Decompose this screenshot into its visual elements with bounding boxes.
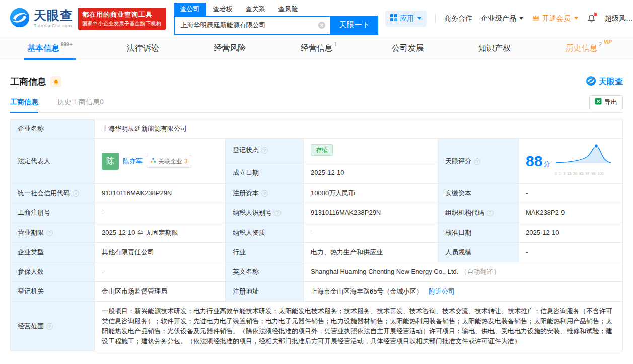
search-tab-company[interactable]: 查公司	[174, 3, 206, 16]
export-button[interactable]: 导出	[589, 95, 623, 109]
search-input[interactable]	[180, 21, 315, 29]
menu-divider	[435, 14, 436, 23]
menu-enterprise-products[interactable]: 企业级产品	[481, 14, 523, 23]
tab-label: 公司发展	[392, 43, 424, 54]
field-label-reg-status: 登记状态?	[226, 139, 304, 162]
help-icon[interactable]: ?	[474, 158, 480, 165]
tab-label: 历史信息	[565, 43, 597, 54]
legal-rep-cell: 陈 陈亦军 关联企业 3	[95, 139, 226, 184]
tab-legal-proceedings[interactable]: 法律诉讼	[124, 37, 162, 60]
score-value: 88	[526, 153, 542, 169]
tab-operating-info[interactable]: 经营信息 1	[298, 37, 340, 60]
menu-enterprise-label: 企业级产品	[481, 14, 516, 23]
notification-bell-icon[interactable]	[587, 14, 596, 23]
crown-icon	[532, 14, 540, 23]
tab-badge: 999+	[61, 42, 73, 47]
company-type-value: 其他有限责任公司	[95, 243, 226, 262]
reg-authority-value: 金山区市场监督管理局	[95, 282, 226, 302]
field-label-taxpayer-quality: 纳税人资质	[226, 223, 304, 243]
legal-rep-link[interactable]: 陈亦军	[123, 156, 143, 166]
search-tab-boss[interactable]: 查老板	[206, 3, 239, 16]
apps-grid-icon	[390, 14, 397, 23]
tab-history-info[interactable]: 历史信息 2 VIP	[562, 37, 609, 60]
tab-label: 法律诉讼	[127, 43, 159, 54]
english-name-value: Shanghai Huaming Chenting New Energy Co.…	[304, 262, 623, 282]
promo-line1: 都在用的商业查询工具	[82, 10, 162, 19]
field-label-approval-date: 核准日期	[438, 223, 519, 243]
approval-date-value: 2025-12-10	[519, 223, 623, 243]
apps-label: 应用	[400, 14, 414, 23]
search-tabs: 查公司 查老板 查关系 查风险	[174, 3, 378, 16]
related-companies-icon	[150, 156, 156, 166]
auto-translate-note: （自动翻译）	[460, 268, 500, 275]
score-number: 88分	[526, 154, 550, 169]
help-icon[interactable]: ?	[73, 190, 79, 197]
field-label-text: 营业期限	[18, 229, 44, 236]
help-icon[interactable]: ?	[46, 230, 53, 236]
table-row: 经营范围? 一般项目：新兴能源技术研发；电力行业高效节能技术研发；太阳能发电技术…	[11, 302, 623, 351]
field-label-address: 注册地址	[226, 282, 304, 302]
tab-company-development[interactable]: 公司发展	[389, 37, 427, 60]
logo-subtitle: TianYanCha.com	[34, 23, 73, 28]
clear-search-icon[interactable]	[318, 21, 326, 29]
subtab-business-info[interactable]: 工商信息	[10, 92, 38, 112]
score-distribution-chart: 0 1 3 15 50 85 97 99 100	[555, 143, 612, 179]
chevron-down-icon	[519, 17, 523, 20]
help-icon[interactable]: ?	[46, 323, 53, 330]
search-input-wrap	[174, 16, 331, 35]
search-button[interactable]: 天眼一下	[331, 16, 378, 35]
insured-value: -	[95, 262, 226, 282]
tab-basic-info[interactable]: 基本信息 999+	[24, 37, 76, 60]
menu-open-vip[interactable]: 开通会员	[532, 14, 578, 23]
promo-badge: 都在用的商业查询工具 国家中小企业发展子基金旗下机构	[78, 8, 166, 30]
table-row: 法定代表人 陈 陈亦军 关联企业 3	[11, 139, 623, 162]
search-tab-risk[interactable]: 查风险	[272, 3, 305, 16]
help-icon[interactable]: ?	[487, 210, 494, 216]
apps-menu[interactable]: 应用	[385, 11, 427, 27]
field-label-text: 登记状态	[233, 146, 259, 154]
menu-vip-label: 开通会员	[542, 14, 571, 23]
org-code-value: MAK238P2-9	[519, 203, 623, 223]
nearby-companies-link[interactable]: 附近公司	[429, 287, 455, 295]
field-label-reg-number: 工商注册号	[11, 203, 95, 223]
related-companies-chip[interactable]: 关联企业 3	[147, 155, 191, 168]
field-label-established: 成立日期	[226, 162, 304, 183]
subtab-history-business-info[interactable]: 历史工商信息0	[57, 92, 104, 112]
monitor-bell-icon[interactable]	[50, 76, 61, 87]
watermark-logo: 天眼查	[586, 76, 623, 88]
field-label-text: 纳税人识别号	[233, 209, 272, 216]
related-companies-count: 3	[184, 156, 188, 166]
help-icon[interactable]: ?	[274, 210, 281, 216]
field-label-insured: 参保人数	[11, 262, 95, 282]
english-name-text: Shanghai Huaming Chenting New Energy Co.…	[311, 268, 458, 275]
field-label-business-scope: 经营范围?	[11, 302, 95, 351]
help-icon[interactable]: ?	[261, 190, 268, 197]
menu-cooperation[interactable]: 商务合作	[444, 14, 472, 23]
vip-badge: VIP	[604, 39, 612, 45]
chevron-down-icon	[417, 17, 421, 20]
tab-operating-risk[interactable]: 经营风险	[210, 37, 249, 60]
field-label-company-name: 企业名称	[11, 119, 95, 139]
field-label-org-code: 组织机构代码?	[438, 203, 519, 223]
address-text: 上海市金山区海丰路65号（金城小区）	[311, 287, 423, 295]
help-icon[interactable]: ?	[261, 147, 268, 154]
table-row: 工商注册号 - 纳税人识别号? 91310116MAK238P29N 组织机构代…	[11, 203, 623, 223]
status-badge: 存续	[311, 144, 333, 156]
avatar: 陈	[102, 153, 119, 170]
tab-label: 经营信息	[301, 43, 333, 54]
field-label-reg-authority: 登记机关	[11, 282, 95, 302]
field-label-credit-code: 统一社会信用代码?	[11, 184, 95, 203]
tianyancha-logo[interactable]: 天眼查 TianYanCha.com	[9, 7, 73, 30]
menu-super-risk[interactable]: 超级风…	[605, 14, 633, 23]
business-info-table: 企业名称 上海华明辰廷新能源有限公司 法定代表人 陈 陈亦军 关联企业 3	[10, 119, 623, 351]
tab-badge: 1	[334, 42, 337, 47]
field-label-industry: 行业	[226, 243, 304, 262]
score-cell[interactable]: 88分 0 1 3 15 50 85 97 99 100	[519, 139, 623, 184]
notification-dot	[594, 13, 597, 16]
search-tab-relation[interactable]: 查关系	[239, 3, 272, 16]
table-row: 企业类型 其他有限责任公司 行业 电力、热力生产和供应业 人员规模 -	[11, 243, 623, 262]
sub-tabs: 工商信息 历史工商信息0 导出	[10, 92, 623, 113]
tab-label: 经营风险	[214, 43, 246, 54]
score-unit: 分	[543, 160, 550, 168]
tab-intellectual-property[interactable]: 知识产权	[475, 37, 514, 60]
